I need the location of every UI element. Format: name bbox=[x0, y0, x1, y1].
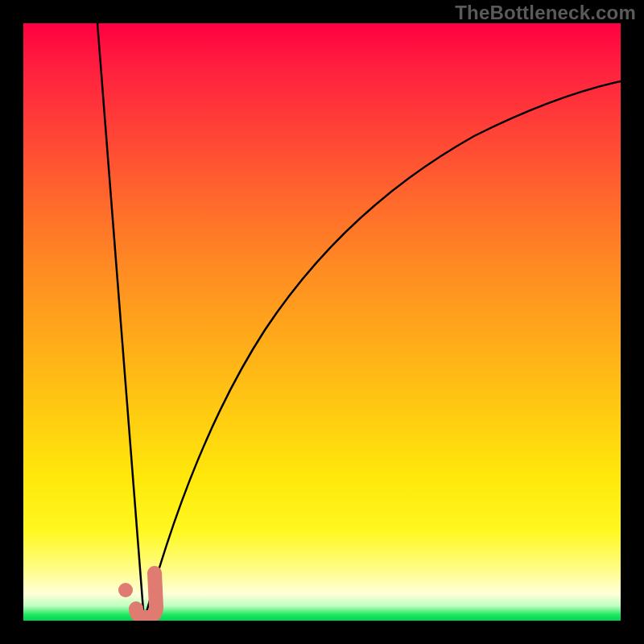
curve-right bbox=[144, 81, 621, 621]
chart-frame: TheBottleneck.com bbox=[0, 0, 644, 644]
watermark-text: TheBottleneck.com bbox=[455, 2, 636, 24]
plot-area bbox=[23, 23, 621, 621]
marker-j bbox=[136, 573, 156, 617]
marker-dot bbox=[118, 583, 133, 597]
curve-left bbox=[97, 23, 144, 621]
curve-svg bbox=[23, 23, 621, 621]
